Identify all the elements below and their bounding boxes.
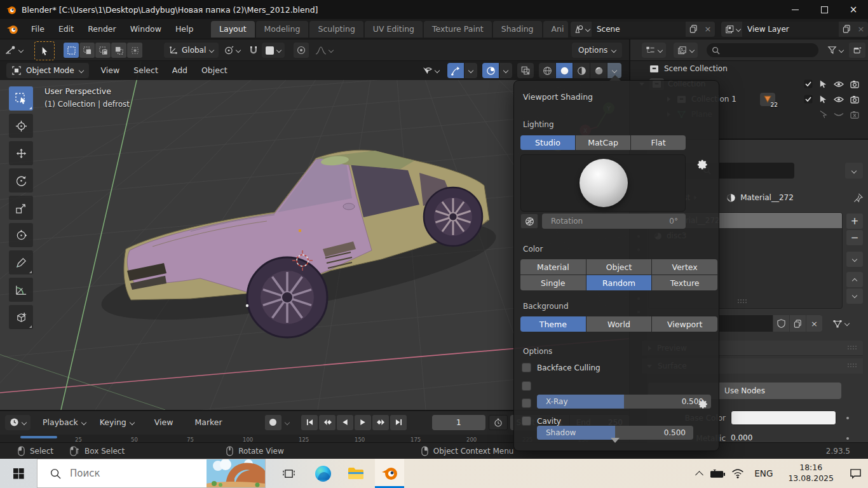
selectable-off-icon[interactable] <box>819 110 827 119</box>
shading-rendered-button[interactable] <box>590 63 607 78</box>
unlink-material-button[interactable]: × <box>806 315 822 332</box>
options-dropdown[interactable]: Options <box>572 43 622 58</box>
outliner-row-scene-collection[interactable]: Scene Collection <box>630 61 868 76</box>
lighting-flat[interactable]: Flat <box>631 135 686 150</box>
tab-sculpting[interactable]: Sculpting <box>309 21 363 37</box>
render-disabled-icon[interactable] <box>850 111 859 119</box>
overlays-dropdown[interactable] <box>499 63 512 78</box>
car-rear-wheel[interactable] <box>424 187 482 246</box>
tab-shading[interactable]: Shading <box>493 21 542 37</box>
studiolight-preview[interactable] <box>520 154 686 212</box>
next-keyframe-button[interactable] <box>372 415 389 430</box>
tool-move[interactable] <box>9 141 33 165</box>
tab-texture-paint[interactable]: Texture Paint <box>424 21 492 37</box>
wifi-indicator[interactable] <box>728 459 748 488</box>
lighting-matcap[interactable]: MatCap <box>576 135 630 150</box>
show-hide-dropdown[interactable] <box>419 63 442 78</box>
tool-rotate[interactable] <box>9 168 33 193</box>
viewport-menu-object[interactable]: Object <box>194 62 234 79</box>
tool-measure[interactable] <box>9 278 33 302</box>
jump-to-start-button[interactable] <box>301 415 318 430</box>
select-mode-invert[interactable] <box>111 43 126 58</box>
breadcrumb-material[interactable]: Material__272 <box>740 193 794 202</box>
outliner-filter-dropdown[interactable] <box>825 43 846 58</box>
new-collection-button[interactable] <box>849 43 865 58</box>
tab-animation[interactable]: Ani <box>543 21 569 37</box>
panel-grip[interactable] <box>848 363 858 369</box>
mode-dropdown[interactable]: Object Mode <box>6 63 89 78</box>
clock-tray[interactable]: 18:16 13.08.2025 <box>788 463 834 484</box>
slot-specials-dropdown[interactable] <box>846 252 863 267</box>
color-texture[interactable]: Texture <box>652 275 717 290</box>
fake-user-button[interactable] <box>773 315 789 332</box>
auto-keying-dropdown[interactable] <box>281 415 294 430</box>
prev-keyframe-button[interactable] <box>319 415 336 430</box>
select-mode-intersect[interactable] <box>127 43 142 58</box>
tray-show-hidden-button[interactable] <box>691 459 707 488</box>
shadow-settings-gear[interactable] <box>696 397 710 411</box>
base-color-animate-dot[interactable] <box>846 417 849 419</box>
list-resize-grip[interactable] <box>738 299 748 304</box>
file-explorer-button[interactable] <box>342 459 370 488</box>
current-frame-field[interactable]: 1 <box>432 415 485 430</box>
tool-annotate[interactable] <box>9 250 33 274</box>
action-center-button[interactable] <box>843 459 868 488</box>
menu-file[interactable]: File <box>24 21 51 37</box>
blender-taskbar-button[interactable] <box>375 459 404 488</box>
copy-material-button[interactable] <box>790 315 806 332</box>
xray-toggle[interactable] <box>517 63 534 78</box>
color-single[interactable]: Single <box>520 275 586 290</box>
viewport-menu-view[interactable]: View <box>94 62 127 79</box>
visibility-closed-eye-icon[interactable] <box>834 111 844 118</box>
battery-indicator[interactable] <box>707 459 728 488</box>
use-preview-range-toggle[interactable] <box>489 415 508 430</box>
link-mode-dropdown[interactable] <box>830 315 851 332</box>
xray-checkbox[interactable] <box>522 381 531 391</box>
outliner-search-field[interactable] <box>707 43 818 57</box>
color-material[interactable]: Material <box>520 259 586 274</box>
playback-menu[interactable]: Playback <box>36 414 93 431</box>
rotation-slider[interactable]: Rotation 0° <box>542 214 686 229</box>
tool-transform[interactable] <box>9 223 33 247</box>
cavity-checkbox[interactable] <box>522 416 531 426</box>
viewport-menu-add[interactable]: Add <box>165 62 194 79</box>
panel-grip[interactable] <box>848 346 858 351</box>
car-front-wheel[interactable] <box>247 257 327 337</box>
taskbar-search-box[interactable] <box>37 459 266 488</box>
visibility-eye-icon[interactable] <box>834 81 844 88</box>
snap-toggle[interactable] <box>249 43 258 58</box>
view-layer-unlink-button[interactable]: × <box>854 22 868 37</box>
menu-render[interactable]: Render <box>81 21 123 37</box>
proportional-falloff-dropdown[interactable] <box>313 43 336 58</box>
scene-copy-button[interactable] <box>686 22 701 37</box>
snap-settings-dropdown[interactable] <box>262 43 285 58</box>
world-space-lighting-toggle[interactable] <box>520 214 538 229</box>
move-slot-down-button[interactable] <box>846 288 863 304</box>
task-view-button[interactable] <box>275 459 302 488</box>
scene-icon[interactable] <box>571 25 592 34</box>
tool-cursor[interactable] <box>9 114 33 138</box>
pin-icon[interactable] <box>853 193 863 203</box>
marker-menu[interactable]: Marker <box>187 414 229 431</box>
timeline-scrollbar[interactable] <box>20 436 57 438</box>
scene-name-field[interactable]: Scene <box>592 22 686 37</box>
close-button[interactable]: × <box>839 0 868 19</box>
viewport-menu-select[interactable]: Select <box>126 62 165 79</box>
select-mode-extend[interactable] <box>79 43 95 58</box>
outliner-filter-type-dropdown[interactable] <box>674 43 698 58</box>
transform-orientation-dropdown[interactable]: Global <box>164 43 219 58</box>
popover-scroll-down-arrow[interactable] <box>611 438 620 443</box>
menu-edit[interactable]: Edit <box>51 21 81 37</box>
play-button[interactable] <box>355 415 371 430</box>
tool-select-box[interactable] <box>9 86 33 111</box>
shading-solid-button[interactable] <box>556 63 573 78</box>
studiolight-settings-gear[interactable] <box>695 157 710 172</box>
background-theme[interactable]: Theme <box>520 316 586 332</box>
prev-frame-button[interactable] <box>337 415 353 430</box>
shadow-checkbox[interactable] <box>522 398 531 408</box>
blender-logo-icon[interactable] <box>6 24 19 35</box>
color-object[interactable]: Object <box>587 259 652 274</box>
selectable-icon[interactable] <box>819 95 827 104</box>
select-mode-subtract[interactable] <box>95 43 111 58</box>
start-button[interactable] <box>0 459 37 488</box>
